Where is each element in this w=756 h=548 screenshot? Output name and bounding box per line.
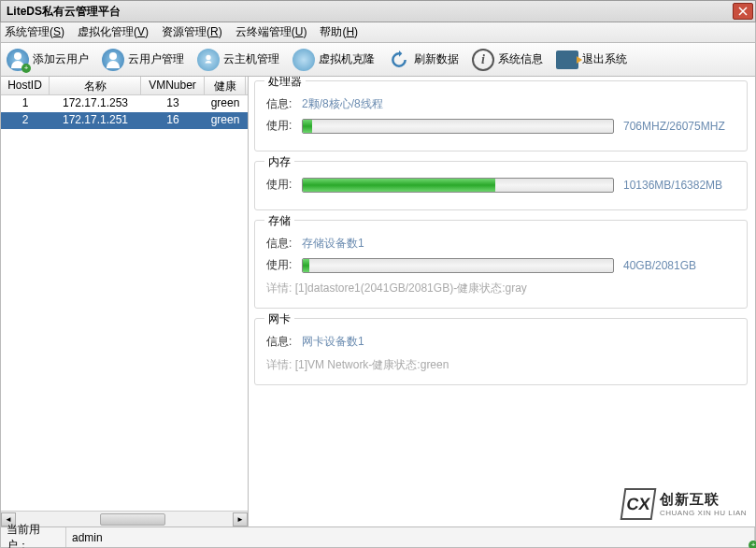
menu-terminal[interactable]: 云终端管理(U) (235, 24, 307, 40)
toolbar-label: 云主机管理 (223, 51, 279, 67)
main-area: HostID 名称 VMNuber 健康 1 172.17.1.253 13 g… (0, 77, 756, 527)
storage-title: 存储 (264, 213, 294, 229)
watermark-cn: 创新互联 (660, 491, 747, 509)
cpu-info-label: 信息: (266, 96, 298, 112)
refresh-button[interactable]: 刷新数据 (388, 49, 459, 71)
current-user-value: admin (66, 527, 755, 547)
cpu-group: 处理器 信息: 2颗/8核心/8线程 使用: 706MHZ/26075MHZ (254, 80, 748, 151)
storage-detail-value: [1]datastore1(2041GB/2081GB)-健康状态:gray (295, 281, 527, 295)
user-manage-icon (102, 49, 124, 71)
table-row[interactable]: 2 172.17.1.251 16 green (1, 112, 248, 129)
menu-help[interactable]: 帮助(H) (320, 24, 358, 40)
storage-group: 存储 信息: 存储设备数1 使用: 40GB/2081GB 详情: [1]dat… (254, 220, 748, 309)
memory-progress (302, 178, 614, 193)
host-icon (197, 49, 220, 71)
cpu-usage-value: 706MHZ/26075MHZ (623, 120, 735, 133)
col-health[interactable]: 健康 (205, 77, 246, 94)
nic-info-value: 网卡设备数1 (302, 334, 364, 350)
clone-icon: + (292, 49, 315, 71)
manage-cloud-user-button[interactable]: 云用户管理 (102, 49, 184, 71)
close-button[interactable] (733, 3, 753, 20)
storage-info-value: 存储设备数1 (302, 236, 364, 252)
table-body: 1 172.17.1.253 13 green 2 172.17.1.251 1… (1, 95, 248, 511)
nic-info-label: 信息: (266, 334, 298, 350)
storage-progress (302, 258, 614, 273)
current-user-label: 当前用户： (1, 527, 66, 547)
mem-use-label: 使用: (266, 177, 298, 193)
detail-panel: 处理器 信息: 2颗/8核心/8线程 使用: 706MHZ/26075MHZ 内… (249, 77, 755, 526)
table-header: HostID 名称 VMNuber 健康 (1, 77, 248, 95)
cpu-info-value: 2颗/8核心/8线程 (302, 96, 383, 112)
menubar: 系统管理(S) 虚拟化管理(V) 资源管理(R) 云终端管理(U) 帮助(H) (0, 22, 756, 43)
watermark-logo-icon: CX (620, 488, 657, 520)
col-hostid[interactable]: HostID (1, 77, 50, 94)
col-vmnum[interactable]: VMNuber (141, 77, 205, 94)
nic-detail-value: [1]VM Network-健康状态:green (295, 358, 449, 371)
nic-group: 网卡 信息: 网卡设备数1 详情: [1]VM Network-健康状态:gre… (254, 318, 748, 385)
storage-usage-value: 40GB/2081GB (623, 259, 735, 272)
storage-detail-label: 详情: (266, 281, 292, 295)
cpu-use-label: 使用: (266, 118, 298, 134)
storage-info-label: 信息: (266, 236, 298, 252)
toolbar-label: 虚拟机克隆 (319, 51, 375, 67)
host-table-panel: HostID 名称 VMNuber 健康 1 172.17.1.253 13 g… (1, 77, 249, 526)
vm-clone-button[interactable]: + 虚拟机克隆 (292, 49, 375, 71)
menu-resource[interactable]: 资源管理(R) (162, 24, 222, 40)
memory-group: 内存 使用: 10136MB/16382MB (254, 161, 748, 210)
menu-virtualization[interactable]: 虚拟化管理(V) (78, 24, 149, 40)
memory-usage-value: 10136MB/16382MB (623, 179, 735, 192)
cpu-progress (302, 119, 614, 134)
toolbar-label: 刷新数据 (414, 51, 459, 67)
add-cloud-user-button[interactable]: + 添加云用户 (7, 49, 89, 71)
toolbar-label: 云用户管理 (128, 51, 184, 67)
storage-use-label: 使用: (266, 257, 298, 273)
toolbar: + 添加云用户 云用户管理 云主机管理 + 虚拟机克隆 刷新数据 i 系统信息 … (0, 43, 756, 77)
info-icon: i (472, 49, 494, 71)
table-row[interactable]: 1 172.17.1.253 13 green (1, 95, 248, 112)
close-icon (738, 7, 748, 16)
system-info-button[interactable]: i 系统信息 (472, 49, 543, 71)
watermark-en: CHUANG XIN HU LIAN (660, 509, 747, 517)
exit-icon (556, 50, 578, 69)
cloud-host-mgmt-button[interactable]: 云主机管理 (197, 49, 279, 71)
scroll-right-icon[interactable]: ► (233, 512, 248, 526)
menu-system[interactable]: 系统管理(S) (5, 24, 64, 40)
scroll-thumb[interactable] (100, 513, 165, 526)
nic-detail-label: 详情: (266, 358, 292, 371)
col-name[interactable]: 名称 (50, 77, 141, 94)
nic-title: 网卡 (264, 311, 294, 327)
memory-title: 内存 (264, 154, 294, 170)
toolbar-label: 退出系统 (582, 51, 627, 67)
watermark: CX 创新互联 CHUANG XIN HU LIAN (622, 488, 747, 520)
user-add-icon: + (7, 49, 29, 71)
refresh-icon (388, 49, 410, 71)
exit-button[interactable]: 退出系统 (556, 50, 627, 69)
statusbar: 当前用户： admin (0, 527, 756, 548)
toolbar-label: 系统信息 (498, 51, 543, 67)
titlebar: LiteDS私有云管理平台 (0, 0, 756, 22)
cpu-title: 处理器 (264, 77, 306, 90)
toolbar-label: 添加云用户 (33, 51, 89, 67)
window-title: LiteDS私有云管理平台 (7, 4, 121, 20)
